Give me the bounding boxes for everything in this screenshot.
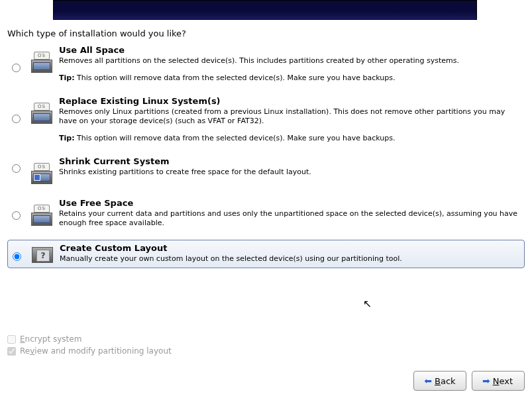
option-desc: Manually create your own custom layout o… [60, 254, 517, 264]
question-icon [32, 247, 53, 263]
option-title: Create Custom Layout [60, 243, 517, 253]
radio-use-all-space[interactable] [12, 64, 21, 72]
review-layout-checkbox [7, 347, 16, 356]
arrow-left-icon: ⬅ [424, 375, 432, 386]
next-button[interactable]: ➡ Next [472, 371, 525, 391]
radio-custom-layout[interactable] [13, 252, 21, 261]
option-title: Replace Existing Linux System(s) [59, 96, 518, 106]
option-tip: Tip: This option will remove data from t… [59, 134, 518, 142]
install-type-options: OS Use All Space Removes all partitions … [7, 43, 525, 276]
option-title: Shrink Current System [59, 156, 518, 166]
disk-icon: OS [31, 52, 52, 73]
option-use-free-space[interactable]: OS Use Free Space Retains your current d… [7, 196, 525, 232]
footer-buttons: ⬅ Back ➡ Next [413, 371, 525, 391]
radio-use-free-space[interactable] [12, 211, 21, 220]
option-use-all-space[interactable]: OS Use All Space Removes all partitions … [7, 43, 525, 86]
option-title: Use Free Space [59, 198, 518, 208]
option-desc: Removes only Linux partitions (created f… [59, 107, 518, 126]
option-desc: Removes all partitions on the selected d… [59, 56, 518, 66]
disk-shrink-icon: OS [31, 163, 52, 184]
option-desc: Shrinks existing partitions to create fr… [59, 168, 518, 177]
radio-replace-existing[interactable] [12, 115, 21, 123]
encrypt-system-checkbox [7, 335, 16, 344]
prompt-text: Which type of installation would you lik… [7, 28, 186, 38]
option-desc: Retains your current data and partitions… [59, 209, 518, 228]
option-shrink[interactable]: OS Shrink Current System Shrinks existin… [7, 154, 525, 188]
mouse-cursor-icon: ↖ [363, 297, 372, 310]
encrypt-system-checkbox-row: Encrypt system [7, 334, 172, 344]
disk-icon: OS [31, 103, 52, 124]
extra-options: Encrypt system Review and modify partiti… [7, 334, 172, 358]
option-replace-existing[interactable]: OS Replace Existing Linux System(s) Remo… [7, 94, 525, 146]
header-banner [53, 0, 477, 20]
option-tip: Tip: This option will remove data from t… [59, 74, 518, 82]
option-title: Use All Space [59, 45, 518, 55]
option-custom-layout[interactable]: Create Custom Layout Manually create you… [7, 240, 525, 268]
back-button[interactable]: ⬅ Back [413, 371, 466, 391]
footer-separator [0, 363, 532, 364]
review-layout-checkbox-row: Review and modify partitioning layout [7, 346, 172, 356]
disk-icon: OS [31, 205, 52, 226]
arrow-right-icon: ➡ [482, 375, 490, 386]
radio-shrink[interactable] [12, 164, 21, 173]
